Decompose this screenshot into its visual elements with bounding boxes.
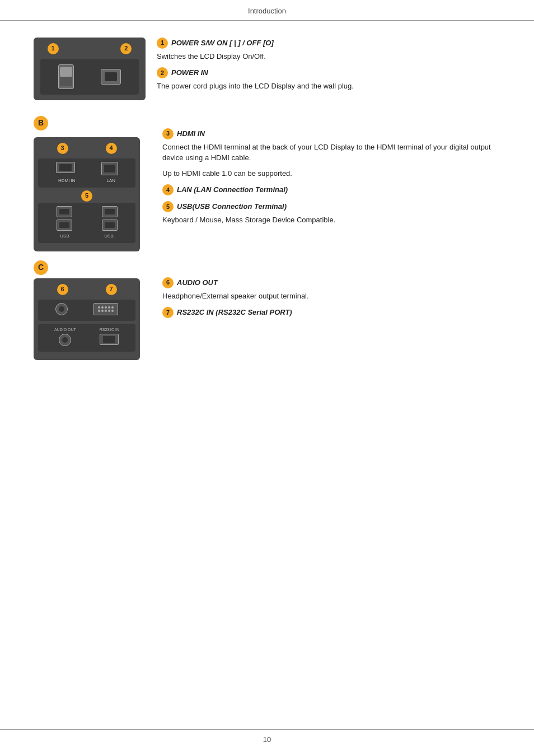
badge-6: 6 (57, 284, 68, 295)
desc-title-text-1: POWER S/W ON [ | ] / OFF [O] (171, 38, 274, 49)
page-title: Introduction (248, 7, 286, 15)
desc-item-2: 2 POWER IN The power cord plugs into the… (157, 67, 500, 92)
section-a: 1 2 (34, 32, 500, 100)
audio-rs232-icons-section (38, 300, 135, 321)
rocker-bot (60, 77, 72, 86)
usb-icon-3 (57, 220, 72, 231)
desc-item-6: 6 AUDIO OUT Headphone/External speaker o… (162, 277, 500, 302)
desc-item-5: 5 USB(USB Connection Terminal) Keyboard … (162, 201, 500, 226)
desc-text-1: Switches the LCD Display On/Off. (157, 51, 500, 62)
badge-3: 3 (57, 143, 68, 154)
audio-rs232-ports-section: AUDIO OUT RS232C IN (38, 324, 135, 352)
usb-icon-2 (102, 206, 118, 217)
desc-title-6: 6 AUDIO OUT (162, 277, 500, 288)
desc-area-c: 6 AUDIO OUT Headphone/External speaker o… (151, 260, 500, 324)
desc-badge-1: 1 (157, 38, 168, 49)
dot (101, 306, 104, 309)
desc-badge-5: 5 (162, 201, 174, 212)
panel-a-top: 1 2 (40, 43, 139, 54)
desc-item-4: 4 LAN (LAN Connection Terminal) (162, 184, 500, 195)
dot (105, 306, 107, 309)
usb-label-2: USB (104, 233, 113, 240)
desc-title-text-5: USB(USB Connection Terminal) (177, 201, 287, 212)
usb-cell-3 (43, 220, 86, 231)
socket-inner (105, 72, 117, 81)
desc-area-b: 3 HDMI IN Connect the HDMI terminal at t… (151, 111, 500, 231)
desc-text-3: Connect the HDMI terminal at the back of… (162, 142, 500, 164)
rs232-label: RS232C IN (100, 327, 119, 333)
page-header: Introduction (0, 0, 534, 21)
badge-7: 7 (106, 284, 117, 295)
hdmi-lan-icons (43, 162, 131, 175)
desc-title-text-6: AUDIO OUT (177, 277, 218, 288)
panel-b-top: 3 4 (38, 143, 135, 154)
desc-title-text-4: LAN (LAN Connection Terminal) (177, 184, 288, 195)
dot (108, 310, 110, 312)
page-wrapper: Introduction 1 2 (0, 0, 534, 756)
page-number: 10 (263, 735, 271, 744)
desc-item-7: 7 RS232C IN (RS232C Serial PORT) (162, 307, 500, 318)
desc-title-4: 4 LAN (LAN Connection Terminal) (162, 184, 500, 195)
usb-icon-4 (102, 220, 118, 231)
desc-title-3: 3 HDMI IN (162, 128, 500, 139)
rs232-dots-icon (93, 303, 118, 315)
dot (111, 310, 114, 312)
desc-badge-4: 4 (162, 184, 174, 195)
desc-title-2: 2 POWER IN (157, 67, 500, 78)
panel-a-body (40, 59, 139, 95)
section-b-row: B 3 4 (34, 111, 500, 251)
audio-rs232-icons (43, 303, 131, 315)
hdmi-lan-labels: HDMI IN LAN (43, 178, 131, 184)
hdmi-label: HDMI IN (58, 178, 76, 184)
audio-out-inner (62, 337, 68, 343)
panel-b: 3 4 (34, 137, 140, 251)
dot (101, 310, 104, 312)
rs232-cell: RS232C IN (100, 327, 119, 347)
audio-inner (59, 306, 64, 312)
desc-title-text-3: HDMI IN (177, 128, 205, 139)
desc-area-a: 1 POWER S/W ON [ | ] / OFF [O] Switches … (146, 38, 500, 100)
desc-text-2: The power cord plugs into the LCD Displa… (157, 81, 500, 92)
desc-text-5: Keyboard / Mouse, Mass Storage Device Co… (162, 214, 500, 226)
lan-port-icon (101, 162, 118, 175)
hdmi-port-icon (56, 162, 75, 173)
desc-badge-7: 7 (162, 307, 174, 318)
usb-inner-2 (105, 209, 115, 214)
lan-inner (104, 165, 115, 172)
rocker-visual (58, 64, 74, 89)
section-c-row: C 6 7 (34, 260, 500, 361)
rocker-top (60, 67, 72, 77)
desc-badge-2: 2 (157, 67, 168, 78)
side-badge-b: B (34, 116, 48, 130)
usb-cell-2 (88, 206, 131, 217)
audio-port-icon (55, 303, 68, 315)
desc-item-1: 1 POWER S/W ON [ | ] / OFF [O] Switches … (157, 38, 500, 62)
desc-title-5: 5 USB(USB Connection Terminal) (162, 201, 500, 212)
dot (105, 310, 107, 312)
audio-out-cell: AUDIO OUT (54, 327, 76, 347)
dot (98, 310, 100, 312)
hdmi-inner (59, 164, 72, 171)
panel-a: 1 2 (34, 38, 146, 100)
panel-c-top: 6 7 (38, 284, 135, 295)
side-badge-c: C (34, 260, 48, 275)
usb-labels: USB USB (43, 233, 131, 240)
usb-inner-4 (105, 222, 115, 228)
hdmi-lan-section: HDMI IN LAN (38, 158, 135, 188)
power-in-visual (101, 69, 121, 85)
desc-badge-3: 3 (162, 128, 174, 139)
badge-4: 4 (106, 143, 117, 154)
audio-out-label: AUDIO OUT (54, 327, 76, 333)
desc-title-1: 1 POWER S/W ON [ | ] / OFF [O] (157, 38, 500, 49)
badge-5-row: 5 (38, 190, 135, 202)
dot (111, 306, 114, 309)
usb-inner-1 (59, 209, 69, 214)
usb-inner-3 (59, 222, 69, 228)
desc-title-text-7: RS232C IN (RS232C Serial PORT) (177, 307, 292, 318)
page-footer: 10 (0, 729, 534, 745)
desc-title-text-2: POWER IN (171, 67, 208, 78)
usb-section: USB USB (38, 203, 135, 243)
rs232-port (100, 334, 119, 345)
badge-2: 2 (120, 43, 132, 54)
audio-out-port (59, 334, 71, 346)
